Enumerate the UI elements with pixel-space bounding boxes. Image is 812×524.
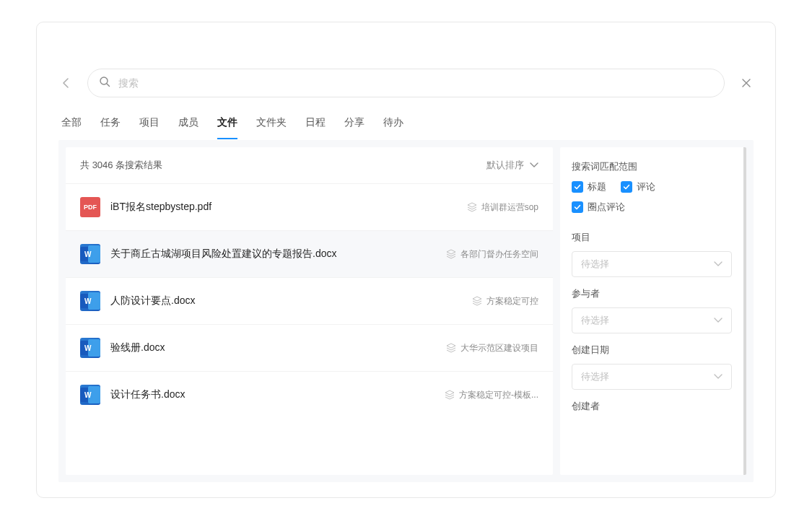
file-name: 设计任务书.docx xyxy=(110,388,435,401)
close-icon xyxy=(741,77,752,89)
chevron-down-icon xyxy=(530,162,538,168)
chevron-down-icon xyxy=(714,318,722,323)
layers-icon xyxy=(445,390,455,400)
participant-select[interactable]: 待选择 xyxy=(572,307,732,333)
filter-project: 项目 待选择 xyxy=(572,231,732,277)
sort-dropdown[interactable]: 默认排序 xyxy=(486,159,538,172)
tab-share[interactable]: 分享 xyxy=(344,116,364,139)
docx-icon: W xyxy=(80,338,100,358)
search-wrap xyxy=(87,69,725,97)
layers-icon xyxy=(446,343,456,353)
file-name: 关于商丘古城湖项目风险处置建议的专题报告.docx xyxy=(110,248,436,261)
checkbox-circle-comment[interactable]: 圈点评论 xyxy=(572,201,625,214)
scope-title: 搜索词匹配范围 xyxy=(572,160,732,173)
file-tag: 各部门督办任务空间 xyxy=(446,248,538,261)
svg-text:W: W xyxy=(84,391,92,399)
results-header: 共 3046 条搜索结果 默认排序 xyxy=(66,147,553,183)
layers-icon xyxy=(472,296,482,306)
file-tag: 大华示范区建设项目 xyxy=(446,342,538,354)
tab-task[interactable]: 任务 xyxy=(100,116,121,139)
filter-participant: 参与者 待选择 xyxy=(572,287,732,333)
file-name: iBT报名stepbystep.pdf xyxy=(110,201,457,214)
layers-icon xyxy=(446,249,456,259)
close-button[interactable] xyxy=(739,76,754,90)
file-tag: 培训群运营sop xyxy=(467,201,538,214)
tab-schedule[interactable]: 日程 xyxy=(305,116,326,139)
layers-icon xyxy=(467,202,477,212)
file-name: 人防设计要点.docx xyxy=(110,294,462,307)
scope-checkbox-row: 标题 评论 圈点评论 xyxy=(572,180,732,221)
results-list[interactable]: PDF iBT报名stepbystep.pdf 培训群运营sop W 关于商丘古… xyxy=(66,183,553,475)
list-item[interactable]: W 验线册.docx 大华示范区建设项目 xyxy=(66,324,553,371)
checkbox-checked-icon xyxy=(572,201,583,213)
docx-icon: W xyxy=(80,291,100,311)
content: 共 3046 条搜索结果 默认排序 PDF iBT报名stepbystep.pd… xyxy=(58,140,754,482)
filter-title: 创建者 xyxy=(572,400,732,413)
filters-panel: 搜索词匹配范围 标题 评论 圈点评论 项目 待选择 xyxy=(560,147,746,475)
filter-title: 项目 xyxy=(572,231,732,244)
created-date-select[interactable]: 待选择 xyxy=(572,364,732,390)
filter-title: 参与者 xyxy=(572,287,732,300)
svg-text:W: W xyxy=(84,250,92,258)
docx-icon: W xyxy=(80,244,100,264)
svg-point-0 xyxy=(100,77,108,84)
sort-label: 默认排序 xyxy=(486,159,524,172)
checkbox-checked-icon xyxy=(621,181,632,193)
tabs: 全部 任务 项目 成员 文件 文件夹 日程 分享 待办 xyxy=(58,116,754,140)
file-tag: 方案稳定可控 xyxy=(472,295,538,307)
checkbox-checked-icon xyxy=(572,181,583,193)
tab-project[interactable]: 项目 xyxy=(139,116,160,139)
chevron-down-icon xyxy=(714,261,722,267)
file-tag: 方案稳定可控-模板... xyxy=(445,389,538,401)
docx-icon: W xyxy=(80,385,100,405)
tab-all[interactable]: 全部 xyxy=(61,116,82,139)
filter-creator: 创建者 xyxy=(572,400,732,413)
list-item[interactable]: W 人防设计要点.docx 方案稳定可控 xyxy=(66,277,553,324)
pdf-icon: PDF xyxy=(80,197,100,217)
search-dialog: 全部 任务 项目 成员 文件 文件夹 日程 分享 待办 共 3046 条搜索结果… xyxy=(36,22,776,498)
tab-file[interactable]: 文件 xyxy=(217,116,237,139)
svg-text:W: W xyxy=(84,344,92,352)
search-icon xyxy=(99,76,110,90)
checkbox-comment[interactable]: 评论 xyxy=(621,180,655,193)
project-select[interactable]: 待选择 xyxy=(572,251,732,277)
search-input[interactable] xyxy=(87,69,725,97)
results-panel: 共 3046 条搜索结果 默认排序 PDF iBT报名stepbystep.pd… xyxy=(66,147,553,475)
chevron-down-icon xyxy=(714,374,722,380)
back-button[interactable] xyxy=(58,76,73,90)
topbar xyxy=(58,69,754,97)
chevron-left-icon xyxy=(62,77,69,89)
checkbox-title[interactable]: 标题 xyxy=(572,180,606,193)
svg-text:W: W xyxy=(84,297,92,305)
filter-created-date: 创建日期 待选择 xyxy=(572,344,732,390)
tab-todo[interactable]: 待办 xyxy=(383,116,403,139)
list-item[interactable]: PDF iBT报名stepbystep.pdf 培训群运营sop xyxy=(66,183,553,230)
file-name: 验线册.docx xyxy=(110,341,436,354)
results-count: 共 3046 条搜索结果 xyxy=(80,159,162,172)
list-item[interactable]: W 关于商丘古城湖项目风险处置建议的专题报告.docx 各部门督办任务空间 xyxy=(66,230,553,277)
tab-folder[interactable]: 文件夹 xyxy=(256,116,287,139)
filter-title: 创建日期 xyxy=(572,344,732,357)
list-item[interactable]: W 设计任务书.docx 方案稳定可控-模板... xyxy=(66,371,553,418)
tab-member[interactable]: 成员 xyxy=(178,116,198,139)
